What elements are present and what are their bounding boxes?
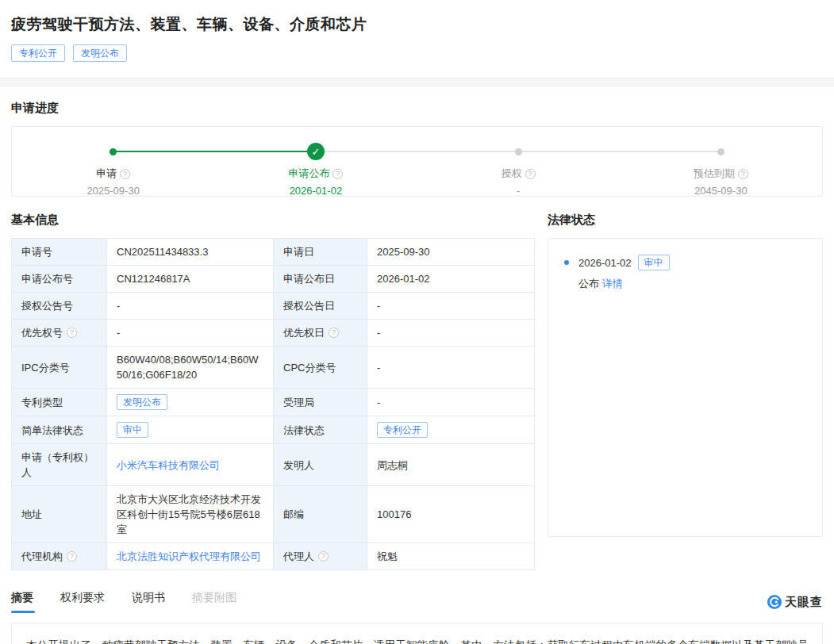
info-row-4-right-value: - — [367, 347, 535, 389]
info-row-5-left-value: 发明公布 — [107, 389, 274, 416]
progress-card: 申请?2025-09-30✓申请公布?2026-01-02授权?-预估到期?20… — [11, 126, 823, 197]
progress-step-date: 2025-09-30 — [86, 185, 140, 197]
info-row-5-left-label: 专利类型 — [12, 389, 107, 416]
progress-step-3: 授权?- — [417, 142, 620, 197]
tab-摘要附图[interactable]: 摘要附图 — [192, 591, 236, 613]
table-row: 优先权号?-优先权日?- — [12, 320, 535, 347]
progress-step-date: 2045-09-30 — [694, 185, 748, 197]
patent-detail-page: 疲劳驾驶干预方法、装置、车辆、设备、介质和芯片 专利公开 发明公布 申请进度 申… — [0, 0, 834, 644]
info-row-5-right-value: - — [367, 389, 535, 416]
basic-info-table: 申请号CN202511434833.3申请日2025-09-30申请公布号CN1… — [11, 238, 535, 570]
patent-status-badge: 专利公开 — [11, 44, 65, 62]
basic-info-heading: 基本信息 — [11, 213, 534, 228]
info-row-7-right-value: 周志桐 — [367, 444, 535, 486]
help-icon[interactable]: ? — [67, 551, 77, 562]
legal-status-box: 2026-01-02 审中 公布 详情 — [548, 238, 823, 537]
patent-type-badge: 发明公布 — [73, 44, 127, 62]
progress-step-label: 授权? — [502, 167, 536, 181]
tianyancha-logo-text: 天眼查 — [785, 595, 823, 610]
check-circle-icon: ✓ — [307, 143, 325, 160]
tab-摘要[interactable]: 摘要 — [11, 591, 33, 613]
progress-heading: 申请进度 — [11, 101, 823, 116]
info-row-0-right-value: 2025-09-30 — [367, 239, 535, 266]
section-separator — [0, 78, 834, 86]
info-row-1-left-value: CN121246817A — [107, 266, 274, 293]
info-row-9-left-value: 北京法胜知识产权代理有限公司 — [107, 543, 274, 570]
abstract-content: 本公开提出了一种疲劳驾驶干预方法、装置、车辆、设备、介质和芯片，适用于智能座舱，… — [11, 623, 823, 644]
basic-info-section: 基本信息 申请号CN202511434833.3申请日2025-09-30申请公… — [11, 213, 534, 570]
info-row-9-right-value: 祝魁 — [367, 543, 535, 570]
info-row-6-right-badge: 专利公开 — [377, 422, 428, 438]
legal-status-badge: 审中 — [638, 255, 670, 270]
info-row-8-right-value: 100176 — [367, 486, 535, 543]
progress-step-label: 预估到期? — [694, 167, 748, 181]
info-row-0-left-value: CN202511434833.3 — [107, 239, 274, 266]
tianyancha-logo-icon — [767, 595, 782, 609]
legal-status-detail-link[interactable]: 详情 — [602, 278, 623, 289]
document-tabs: 摘要权利要求说明书摘要附图 — [11, 591, 236, 613]
info-row-7-left-value: 小米汽车科技有限公司 — [107, 444, 274, 486]
info-area: 基本信息 申请号CN202511434833.3申请日2025-09-30申请公… — [0, 197, 834, 570]
progress-step-label: 申请? — [96, 167, 130, 181]
help-icon[interactable]: ? — [120, 169, 130, 179]
info-row-7-left-label: 申请（专利权）人 — [12, 444, 107, 486]
info-row-2-right-label: 授权公告日 — [274, 293, 367, 320]
info-row-3-right-label: 优先权日? — [274, 320, 367, 347]
info-row-2-left-value: - — [107, 293, 274, 320]
info-row-9-left-link[interactable]: 北京法胜知识产权代理有限公司 — [117, 550, 261, 562]
info-row-7-left-link[interactable]: 小米汽车科技有限公司 — [117, 459, 220, 471]
bullet-icon — [564, 260, 569, 265]
tianyancha-logo: 天眼查 — [767, 595, 823, 610]
table-row: 简单法律状态审中法律状态专利公开 — [12, 416, 535, 444]
progress-line-done — [113, 151, 316, 152]
info-row-9-left-label: 代理机构? — [12, 543, 107, 570]
info-row-6-left-value: 审中 — [107, 416, 274, 444]
application-progress-section: 申请进度 申请?2025-09-30✓申请公布?2026-01-02授权?-预估… — [0, 86, 834, 197]
progress-step-label: 申请公布? — [288, 167, 343, 181]
table-row: 代理机构?北京法胜知识产权代理有限公司代理人?祝魁 — [12, 543, 535, 570]
tab-说明书[interactable]: 说明书 — [132, 591, 165, 613]
progress-dot-icon — [717, 148, 724, 155]
table-row: IPC分类号B60W40/08;B60W50/14;B60W50/16;G06F… — [12, 347, 535, 389]
info-row-8-left-label: 地址 — [12, 486, 107, 543]
info-row-3-right-value: - — [367, 320, 535, 347]
legal-status-section: 法律状态 2026-01-02 审中 公布 详情 — [548, 213, 823, 537]
legal-status-action: 公布 — [578, 278, 599, 289]
help-icon[interactable]: ? — [329, 328, 339, 338]
info-row-6-left-badge: 审中 — [117, 422, 148, 438]
help-icon[interactable]: ? — [67, 328, 77, 338]
help-icon[interactable]: ? — [738, 169, 748, 179]
info-row-5-left-badge: 发明公布 — [117, 394, 167, 410]
info-row-4-left-value: B60W40/08;B60W50/14;B60W50/16;G06F18/20 — [107, 347, 274, 389]
table-row: 地址北京市大兴区北京经济技术开发区科创十街15号院5号楼6层618室邮编1001… — [12, 486, 535, 543]
table-row: 授权公告号-授权公告日- — [12, 293, 535, 320]
progress-step-date: - — [517, 185, 520, 197]
progress-dot-icon — [515, 148, 522, 155]
info-row-7-right-label: 发明人 — [274, 444, 367, 486]
progress-step-4: 预估到期?2045-09-30 — [620, 142, 822, 197]
patent-title: 疲劳驾驶干预方法、装置、车辆、设备、介质和芯片 — [11, 14, 823, 35]
progress-dot-icon — [110, 148, 117, 155]
legal-status-date: 2026-01-02 — [578, 257, 632, 269]
info-row-3-left-value: - — [107, 320, 274, 347]
table-row: 申请（专利权）人小米汽车科技有限公司发明人周志桐 — [12, 444, 535, 486]
info-row-8-right-label: 邮编 — [274, 486, 367, 543]
help-icon[interactable]: ? — [332, 169, 343, 179]
info-row-1-right-value: 2026-01-02 — [367, 266, 535, 293]
info-row-1-left-label: 申请公布号 — [12, 266, 107, 293]
info-row-6-left-label: 简单法律状态 — [12, 416, 107, 444]
info-row-1-right-label: 申请公布日 — [274, 266, 367, 293]
info-row-4-right-label: CPC分类号 — [274, 347, 367, 389]
legal-status-heading: 法律状态 — [548, 213, 823, 228]
help-icon[interactable]: ? — [525, 169, 536, 179]
table-row: 申请号CN202511434833.3申请日2025-09-30 — [12, 239, 535, 266]
info-row-6-right-value: 专利公开 — [367, 416, 535, 444]
patent-badge-row: 专利公开 发明公布 — [11, 44, 823, 62]
info-row-6-right-label: 法律状态 — [274, 416, 367, 444]
table-row: 专利类型发明公布受理局- — [12, 389, 535, 416]
info-row-3-left-label: 优先权号? — [12, 320, 107, 347]
help-icon[interactable]: ? — [318, 551, 329, 562]
tab-权利要求[interactable]: 权利要求 — [60, 591, 105, 613]
info-row-4-left-label: IPC分类号 — [12, 347, 107, 389]
legal-status-item: 2026-01-02 审中 公布 详情 — [563, 255, 808, 291]
